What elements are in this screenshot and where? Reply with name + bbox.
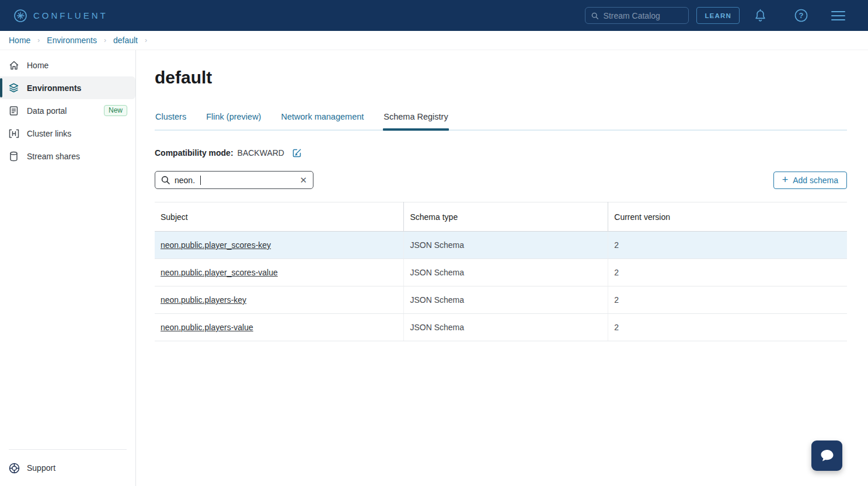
subject-link[interactable]: neon.public.player_scores-key xyxy=(161,240,271,250)
edit-compatibility-button[interactable] xyxy=(292,148,302,158)
chat-support-button[interactable] xyxy=(811,440,842,471)
sidebar-item-label: Data portal xyxy=(27,106,67,116)
top-navbar: CONFLUENT LEARN ? xyxy=(0,0,868,31)
brand-name: CONFLUENT xyxy=(33,11,108,20)
column-header-current-version: Current version xyxy=(608,202,847,232)
subject-link[interactable]: neon.public.player_scores-value xyxy=(161,268,278,277)
tab-schema-registry[interactable]: Schema Registry xyxy=(383,109,448,130)
database-icon xyxy=(8,151,19,162)
sidebar-item-home[interactable]: Home xyxy=(0,54,135,76)
table-row: neon.public.players-key JSON Schema 2 xyxy=(155,286,847,314)
table-row: neon.public.player_scores-value JSON Sch… xyxy=(155,259,847,286)
breadcrumb: Home › Environments › default › xyxy=(0,31,868,50)
table-row: neon.public.player_scores-key JSON Schem… xyxy=(155,232,847,259)
main-menu-button[interactable] xyxy=(821,11,855,21)
stream-catalog-input[interactable] xyxy=(604,11,683,20)
chevron-right-icon: › xyxy=(37,36,40,44)
subject-link[interactable]: neon.public.players-key xyxy=(161,295,246,305)
compatibility-mode-row: Compatibility mode: BACKWARD xyxy=(155,148,847,158)
help-icon: ? xyxy=(794,9,808,22)
svg-text:?: ? xyxy=(799,11,803,20)
help-button[interactable]: ? xyxy=(780,9,821,22)
tab-network-management[interactable]: Network management xyxy=(280,109,364,130)
version-cell: 2 xyxy=(608,314,847,341)
schema-search-input[interactable]: neon. ✕ xyxy=(155,171,313,189)
breadcrumb-default[interactable]: default xyxy=(113,36,138,45)
chevron-right-icon: › xyxy=(104,36,106,44)
support-lifering-icon xyxy=(9,463,20,474)
sidebar: Home Environments xyxy=(0,50,136,486)
notifications-button[interactable] xyxy=(740,9,780,23)
tab-flink-preview[interactable]: Flink (preview) xyxy=(205,109,262,130)
add-schema-label: Add schema xyxy=(793,176,838,185)
schema-type-cell: JSON Schema xyxy=(404,232,608,259)
search-icon xyxy=(161,176,170,184)
cluster-links-icon xyxy=(8,129,19,138)
sidebar-item-cluster-links[interactable]: Cluster links xyxy=(0,122,135,145)
schema-toolbar: neon. ✕ + Add schema xyxy=(155,171,847,189)
subject-link[interactable]: neon.public.players-value xyxy=(161,323,253,332)
main-content: default Clusters Flink (preview) Network… xyxy=(136,50,868,486)
sidebar-item-stream-shares[interactable]: Stream shares xyxy=(0,145,135,167)
breadcrumb-home[interactable]: Home xyxy=(9,36,30,45)
text-cursor xyxy=(200,176,201,185)
home-icon xyxy=(8,60,19,71)
document-icon xyxy=(8,106,19,116)
confluent-spark-icon xyxy=(14,9,27,22)
version-cell: 2 xyxy=(608,232,847,259)
clear-search-button[interactable]: ✕ xyxy=(299,176,307,184)
schemas-table: Subject Schema type Current version neon… xyxy=(155,202,847,341)
compatibility-mode-value: BACKWARD xyxy=(238,148,284,158)
sidebar-item-environments[interactable]: Environments xyxy=(0,76,135,99)
chevron-right-icon: › xyxy=(145,36,147,44)
sidebar-item-label: Stream shares xyxy=(27,152,80,161)
breadcrumb-environments[interactable]: Environments xyxy=(47,36,97,45)
environment-tabs: Clusters Flink (preview) Network managem… xyxy=(155,109,847,131)
sidebar-item-label: Environments xyxy=(27,83,81,93)
support-label: Support xyxy=(27,463,55,473)
chat-bubble-icon xyxy=(819,448,835,463)
menu-icon xyxy=(831,11,845,21)
schema-type-cell: JSON Schema xyxy=(404,286,608,314)
sidebar-item-label: Cluster links xyxy=(27,129,71,138)
schema-search-value: neon. xyxy=(175,176,195,185)
version-cell: 2 xyxy=(608,286,847,314)
column-header-subject: Subject xyxy=(155,202,404,232)
sidebar-item-label: Home xyxy=(27,61,48,70)
stream-catalog-search[interactable] xyxy=(585,7,689,24)
add-schema-button[interactable]: + Add schema xyxy=(773,172,847,189)
bell-icon xyxy=(754,9,767,23)
page-title: default xyxy=(155,68,847,88)
plus-icon: + xyxy=(782,174,789,185)
table-row: neon.public.players-value JSON Schema 2 xyxy=(155,314,847,341)
new-badge: New xyxy=(104,105,127,116)
table-header-row: Subject Schema type Current version xyxy=(155,202,847,232)
schema-type-cell: JSON Schema xyxy=(404,314,608,341)
compatibility-mode-label: Compatibility mode: xyxy=(155,148,233,158)
learn-button[interactable]: LEARN xyxy=(696,7,740,24)
tab-clusters[interactable]: Clusters xyxy=(155,109,187,130)
search-icon xyxy=(591,12,598,20)
layers-icon xyxy=(8,82,19,93)
confluent-logo[interactable]: CONFLUENT xyxy=(14,9,108,22)
sidebar-item-data-portal[interactable]: Data portal New xyxy=(0,99,135,122)
sidebar-item-support[interactable]: Support xyxy=(0,450,135,486)
version-cell: 2 xyxy=(608,259,847,286)
schema-type-cell: JSON Schema xyxy=(404,259,608,286)
column-header-schema-type: Schema type xyxy=(404,202,608,232)
